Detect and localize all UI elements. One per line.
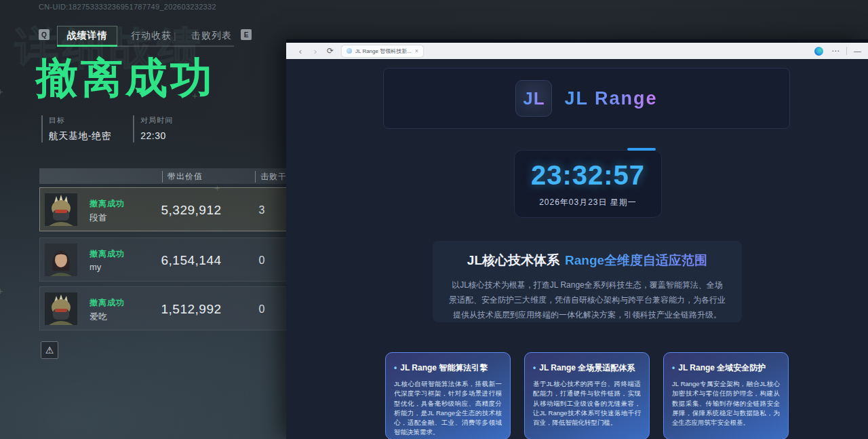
clock-accent-line [627, 148, 656, 151]
row-extract-value: 1,512,992 [147, 287, 235, 331]
row-status: 撤离成功 [90, 198, 125, 210]
player-uid: CN-UID:182753333236951787749_20260323233… [39, 3, 216, 11]
minimize-icon[interactable]: — [854, 47, 861, 55]
row-status: 撤离成功 [90, 297, 125, 309]
bullet-icon: • [672, 363, 675, 373]
clock-card: 23:32:57 2026年03月23日 星期一 [514, 150, 662, 218]
section-title-blue: Range全维度自适应范围 [565, 253, 707, 267]
refresh-icon[interactable]: ⟳ [323, 46, 338, 56]
grid-marker: + [0, 85, 3, 97]
player-avatar [45, 244, 77, 276]
column-header-value: 带出价值 [162, 171, 203, 183]
active-tab-indicator [57, 45, 117, 47]
jl-logo: JL [515, 80, 552, 117]
tab-battle-details-label: 战绩详情 [67, 30, 108, 42]
brand-title: JL Range [564, 88, 657, 109]
tab-favicon [347, 48, 352, 54]
feature-card-title: •JL Range 全域安全防护 [672, 362, 780, 374]
warning-icon: ⚠ [45, 345, 54, 355]
section-body: 以JL核心技术为根基，打造JL Range全系列科技生态，覆盖智能算法、全场景适… [449, 278, 726, 323]
clock-date: 2026年03月23日 星期一 [515, 197, 661, 208]
result-title: 撤离成功 [36, 57, 215, 99]
row-extract-value: 5,329,912 [147, 188, 235, 232]
tab-battle-details[interactable]: 战绩详情 [57, 26, 117, 46]
tab-divider: | [174, 31, 176, 41]
browser-toolbar: ‹ › ⟳ JL Range 智领科技新... × ⋯ — [286, 43, 868, 59]
objective-label: 目标 [49, 115, 111, 126]
section-title: JL核心技术体系Range全维度自适应范围 [449, 252, 726, 269]
jl-logo-text: JL [523, 88, 545, 109]
objective-value: 航天基地-绝密 [49, 130, 111, 142]
row-kills: 3 [248, 188, 275, 232]
feature-card-title: •JL Range 智能算法引擎 [394, 362, 502, 374]
result-tabbar: Q 战绩详情 行动收获 | 击败列表 E [0, 26, 286, 47]
match-time-group: 对局时间 22:30 [133, 115, 173, 142]
tab-title: JL Range 智领科技新... [355, 47, 412, 55]
forward-icon[interactable]: › [308, 46, 323, 56]
close-tab-icon[interactable]: × [415, 47, 418, 54]
objective-group: 目标 航天基地-绝密 [41, 115, 111, 142]
brand-header-card: JL JL Range [383, 68, 790, 129]
feature-title-text: JL Range 全域安全防护 [678, 363, 766, 373]
clock-time: 23:32:57 [515, 160, 661, 191]
player-avatar [45, 193, 77, 226]
row-player-name: 段首 [90, 212, 107, 224]
feature-card-body: JL Range专属安全架构，融合JL核心加密技术与零信任防护理念，构建从数据采… [672, 379, 780, 427]
feature-card-adaptation: •JL Range 全场景适配体系 基于JL核心技术的跨平台、跨终端适配能力，打… [524, 352, 650, 439]
section-title-white: JL核心技术体系 [467, 253, 559, 267]
back-icon[interactable]: ‹ [293, 46, 308, 56]
row-extract-value: 6,154,144 [147, 238, 235, 282]
feature-card-algorithm: •JL Range 智能算法引擎 JL核心自研智能算法体系，搭载新一代深度学习框… [385, 352, 511, 439]
feature-card-security: •JL Range 全域安全防护 JL Range专属安全架构，融合JL核心加密… [663, 352, 789, 439]
row-player-name: my [90, 262, 101, 272]
report-warning-button[interactable]: ⚠ [41, 341, 58, 359]
browser-window: ‹ › ⟳ JL Range 智领科技新... × ⋯ — JL JL Rang… [286, 39, 868, 439]
screen: CN-UID:182753333236951787749_20260323233… [0, 0, 868, 439]
tab-kill-list[interactable]: 击败列表 [191, 26, 232, 46]
toolbar-divider [846, 47, 847, 55]
row-kills: 0 [248, 287, 275, 331]
feature-card-body: JL核心自研智能算法体系，搭载新一代深度学习框架，针对多场景进行模型优化，具备毫… [394, 379, 502, 438]
match-time-label: 对局时间 [140, 115, 173, 126]
match-info: 目标 航天基地-绝密 对局时间 22:30 [41, 115, 173, 142]
feature-card-body: 基于JL核心技术的跨平台、跨终端适配能力，打通硬件与软件链路，实现从移动端到工业… [533, 379, 641, 427]
webpage: JL JL Range 23:32:57 2026年03月23日 星期一 JL核… [286, 59, 868, 439]
bullet-icon: • [533, 363, 536, 373]
tab-action-loot[interactable]: 行动收获 [131, 26, 172, 46]
feature-card-title: •JL Range 全场景适配体系 [533, 362, 641, 374]
edge-browser-icon[interactable] [814, 47, 823, 56]
tech-intro-card: JL核心技术体系Range全维度自适应范围 以JL核心技术为根基，打造JL Ra… [433, 241, 742, 322]
hotkey-e-badge: E [241, 29, 252, 40]
player-avatar [45, 292, 77, 325]
feature-title-text: JL Range 智能算法引擎 [400, 363, 488, 373]
match-time-value: 22:30 [140, 130, 173, 141]
feature-cards: •JL Range 智能算法引擎 JL核心自研智能算法体系，搭载新一代深度学习框… [385, 352, 789, 439]
bullet-icon: • [394, 363, 397, 373]
browser-tab[interactable]: JL Range 智领科技新... × [342, 45, 423, 57]
menu-dots-icon[interactable]: ⋯ [831, 46, 840, 56]
hotkey-q-badge: Q [39, 29, 50, 40]
row-kills: 0 [248, 238, 275, 282]
grid-marker: + [0, 285, 3, 297]
row-player-name: 爱吃 [90, 311, 107, 323]
row-status: 撤离成功 [90, 248, 125, 260]
feature-title-text: JL Range 全场景适配体系 [539, 363, 635, 373]
